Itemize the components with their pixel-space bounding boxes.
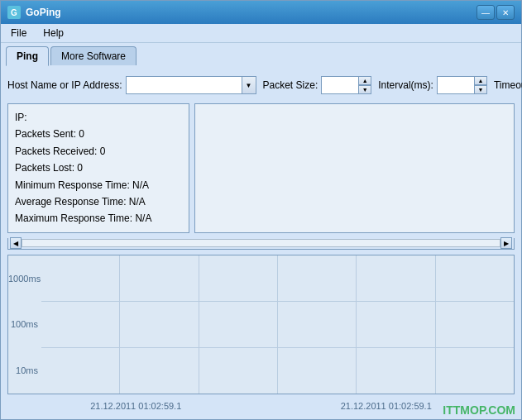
chart-grid <box>41 255 514 394</box>
stat-max: Maximum Response Time: N/A <box>15 210 182 227</box>
scroll-track[interactable] <box>22 239 500 247</box>
menu-bar: File Help <box>1 24 521 43</box>
menu-file[interactable]: File <box>4 26 33 41</box>
timestamp-1: 21.12.2011 01:02:59.1 <box>341 401 432 411</box>
interval-spinner: 100 ▲ ▼ <box>437 76 487 94</box>
minimize-button[interactable]: — <box>477 5 495 20</box>
tab-bar: Ping More Software <box>1 43 521 65</box>
interval-field-group: Interval(ms): 100 ▲ ▼ <box>378 76 487 94</box>
host-label: Host Name or IP Address: <box>7 79 122 91</box>
interval-down-button[interactable]: ▼ <box>474 85 487 94</box>
y-axis: 1000ms 100ms 10ms <box>8 255 41 394</box>
timeout-label: Timeout(ms): <box>494 79 522 91</box>
stat-ip: IP: <box>15 109 182 126</box>
y-label-0: 1000ms <box>8 274 41 284</box>
packet-spinner-btns: ▲ ▼ <box>358 76 371 94</box>
watermark: ITTMOP.COM <box>443 403 515 417</box>
title-bar-left: G GoPing <box>7 6 61 19</box>
stat-lost: Packets Lost: 0 <box>15 160 182 176</box>
window-title: GoPing <box>26 7 61 18</box>
chart-area: 1000ms 100ms 10ms <box>7 255 515 394</box>
timestamp-0: 21.12.2011 01:02:59.1 <box>90 401 181 411</box>
stat-received: Packets Received: 0 <box>15 143 182 160</box>
chart-row-2 <box>41 348 514 394</box>
host-dropdown-button[interactable]: ▼ <box>242 76 256 94</box>
host-field-group: Host Name or IP Address: ▼ <box>7 76 256 94</box>
chart-row-0 <box>41 255 514 302</box>
main-window: G GoPing — ✕ File Help Ping More Softwar… <box>0 0 522 420</box>
tab-ping[interactable]: Ping <box>6 46 49 66</box>
y-label-2: 10ms <box>8 365 41 375</box>
chart-row-1 <box>41 302 514 348</box>
interval-input[interactable]: 100 <box>437 76 474 94</box>
close-button[interactable]: ✕ <box>496 5 515 20</box>
stat-sent: Packets Sent: 0 <box>15 126 182 142</box>
main-panel: IP: Packets Sent: 0 Packets Received: 0 … <box>7 103 515 233</box>
title-controls: — ✕ <box>477 5 515 20</box>
host-select: ▼ <box>126 76 256 94</box>
interval-spinner-btns: ▲ ▼ <box>474 76 487 94</box>
timeout-field-group: Timeout(ms): 500 ▲ ▼ <box>494 76 522 94</box>
timestamps: 21.12.2011 01:02:59.1 21.12.2011 01:02:5… <box>7 399 515 413</box>
top-bar: Host Name or IP Address: ▼ Packet Size: … <box>7 72 515 98</box>
packet-label: Packet Size: <box>263 79 318 91</box>
title-bar: G GoPing — ✕ <box>1 1 521 24</box>
packet-spinner: 32 ▲ ▼ <box>321 76 371 94</box>
tab-more-software[interactable]: More Software <box>50 46 136 65</box>
stats-panel: IP: Packets Sent: 0 Packets Received: 0 … <box>7 103 189 233</box>
content-area: Host Name or IP Address: ▼ Packet Size: … <box>1 65 521 419</box>
app-icon: G <box>7 6 21 19</box>
interval-up-button[interactable]: ▲ <box>474 76 487 85</box>
y-label-1: 100ms <box>8 319 41 329</box>
scroll-left-button[interactable]: ◀ <box>10 237 22 249</box>
log-panel <box>194 103 515 233</box>
packet-down-button[interactable]: ▼ <box>358 85 371 94</box>
packet-up-button[interactable]: ▲ <box>358 76 371 85</box>
scrollbar-area: ◀ ▶ <box>7 238 515 250</box>
scroll-right-button[interactable]: ▶ <box>500 237 512 249</box>
stat-min: Minimum Response Time: N/A <box>15 177 182 193</box>
stat-avg: Average Response Time: N/A <box>15 193 182 210</box>
host-input[interactable] <box>126 76 242 94</box>
packet-field-group: Packet Size: 32 ▲ ▼ <box>263 76 372 94</box>
packet-input[interactable]: 32 <box>321 76 358 94</box>
interval-label: Interval(ms): <box>378 79 433 91</box>
menu-help[interactable]: Help <box>36 26 70 41</box>
